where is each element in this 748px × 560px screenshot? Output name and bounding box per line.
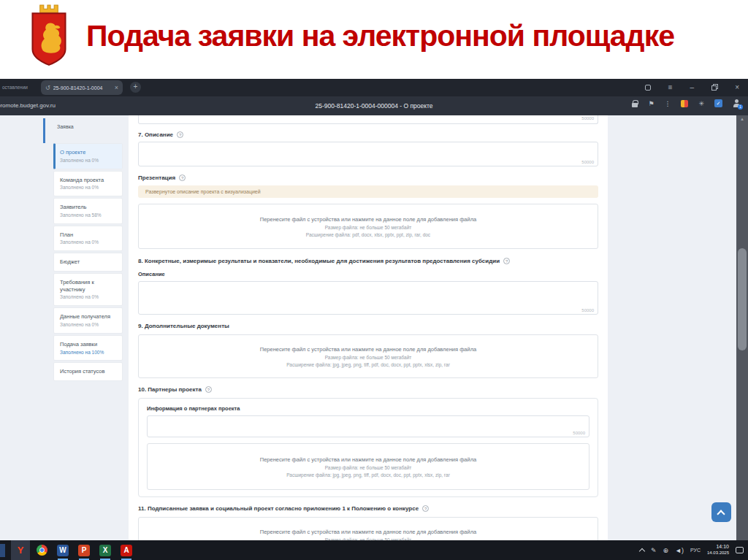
sidebar-item-budget[interactable]: Бюджет xyxy=(53,253,123,272)
dropzone-instruction: Перенесите файл с устройства или нажмите… xyxy=(139,529,598,535)
background-window-fragment: оставлении xyxy=(2,85,28,90)
browser-address-bar[interactable]: promote.budget.gov.ru 25-900-81420-1-000… xyxy=(0,96,748,115)
sidebar-item-recipient-data[interactable]: Данные получателя Заполнено на 0% xyxy=(53,307,123,334)
help-icon[interactable]: ? xyxy=(422,505,429,512)
sidebar-item-label: Требования к участнику xyxy=(60,279,116,294)
dropzone-instruction: Перенесите файл с устройства или нажмите… xyxy=(139,346,598,353)
slide-header: Подача заявки на электронной площадке xyxy=(0,0,748,79)
screenshot-stage: Подача заявки на электронной площадке ос… xyxy=(0,0,748,560)
dropzone-size-limit: Размер файла: не больше 50 мегабайт xyxy=(148,465,589,470)
browser-tab[interactable]: ↺ 25-900-81420-1-0004 × xyxy=(41,80,123,95)
sidebar-item-project-team[interactable]: Команда проекта Заполнено на 0% xyxy=(53,171,123,197)
sidebar-item-label: Заявитель xyxy=(60,204,116,211)
settings-gear-icon[interactable]: ✳ xyxy=(698,100,704,107)
tray-expand-icon[interactable] xyxy=(639,548,645,554)
language-indicator[interactable]: РУС xyxy=(690,548,701,553)
taskbar-tray: ✎ ⊕ ◄) РУС 14:10 14.03.2025 xyxy=(640,540,744,560)
documents-file-dropzone[interactable]: Перенесите файл с устройства или нажмите… xyxy=(138,334,598,378)
notification-center-icon[interactable] xyxy=(736,547,744,553)
bookmark-icon[interactable]: ⚑ xyxy=(648,100,654,107)
help-icon[interactable]: ? xyxy=(177,131,183,138)
presentation-notice: Развернутое описание проекта с визуализа… xyxy=(138,185,598,198)
scroll-to-top-button[interactable] xyxy=(711,502,731,522)
sidebar-item-status: Заполнено на 0% xyxy=(60,322,116,328)
chrome-icon[interactable] xyxy=(32,540,51,560)
network-icon[interactable]: ⊕ xyxy=(663,547,668,554)
textarea-cropped-top[interactable]: 50000 xyxy=(138,115,598,124)
partners-textarea[interactable]: 50000 xyxy=(147,415,589,437)
partners-card: Информация о партнерах проекта 50000 Пер… xyxy=(138,398,598,497)
sidebar-item-status: Заполнено на 58% xyxy=(60,212,116,218)
sidebar-item-status-history[interactable]: История статусов xyxy=(53,362,123,381)
field10-sublabel: Информация о партнерах проекта xyxy=(147,405,589,412)
presentation-file-dropzone[interactable]: Перенесите файл с устройства или нажмите… xyxy=(138,204,598,249)
browser-menu-icon[interactable]: ≡ xyxy=(668,83,673,92)
sidebar-item-status: Заполнено на 0% xyxy=(60,185,116,191)
dropzone-extensions: Расширение файла: jpg, jpeg, png, tiff, … xyxy=(148,472,589,477)
scrollbar-up-icon[interactable]: ▴ xyxy=(736,116,748,122)
tab-panel-icon[interactable] xyxy=(645,85,651,91)
sidebar-item-label: Подача заявки xyxy=(60,341,116,348)
signed-application-file-dropzone[interactable]: Перенесите файл с устройства или нажмите… xyxy=(138,517,598,540)
browser-tab-bar: оставлении ↺ 25-900-81420-1-0004 × + ≡ –… xyxy=(0,79,748,96)
speaker-icon[interactable]: ◄) xyxy=(675,547,684,554)
sidebar-item-submit-application[interactable]: Подача заявки Заполнено на 100% xyxy=(53,335,123,361)
close-window-icon[interactable]: × xyxy=(735,83,739,92)
sidebar-item-plan[interactable]: План Заполнено на 0% xyxy=(53,226,123,252)
pen-icon[interactable]: ✎ xyxy=(651,547,657,554)
excel-icon[interactable]: X xyxy=(96,540,115,560)
sidebar-item-status: Заполнено на 0% xyxy=(60,239,116,245)
partial-app-icon[interactable] xyxy=(0,544,5,557)
scrollbar-thumb[interactable] xyxy=(738,248,747,350)
dropzone-size-limit: Размер файла: не больше 50 мегабайт xyxy=(139,225,598,230)
tab-favicon-icon: ↺ xyxy=(45,85,50,91)
new-tab-button[interactable]: + xyxy=(130,82,141,93)
help-icon[interactable]: ? xyxy=(179,174,186,181)
sidebar-item-label: Бюджет xyxy=(60,258,116,266)
sidebar-item-label: О проекте xyxy=(60,149,116,156)
help-icon[interactable]: ? xyxy=(503,258,510,264)
sidebar-item-applicant[interactable]: Заявитель Заполнено на 58% xyxy=(53,198,123,224)
word-icon[interactable]: W xyxy=(53,540,72,560)
dropzone-extensions: Расширение файла: pdf, docx, xlsx, pptx,… xyxy=(139,232,598,237)
page-content: Заявка О проекте Заполнено на 0% Команда… xyxy=(0,115,748,540)
lock-icon[interactable] xyxy=(632,103,638,107)
downloads-icon[interactable]: ✓ xyxy=(714,99,722,107)
sidebar-tree-line xyxy=(43,118,45,143)
sidebar-item-participant-requirements[interactable]: Требования к участнику Заполнено на 0% xyxy=(53,273,123,306)
taskbar: Y W P X A ✎ ⊕ ◄) РУС 14:10 14.03.2 xyxy=(0,540,748,560)
dropzone-instruction: Перенесите файл с устройства или нажмите… xyxy=(139,216,598,223)
partners-file-dropzone[interactable]: Перенесите файл с устройства или нажмите… xyxy=(147,443,589,490)
sidebar-item-label: Данные получателя xyxy=(60,313,116,321)
address-bar-icons: ⚑ ⋮ ✳ ✓ 1 xyxy=(632,99,741,107)
taskbar-clock[interactable]: 14:10 14.03.2025 xyxy=(707,544,729,556)
field8-label: 8. Конкретные, измеримые результаты и по… xyxy=(138,258,598,264)
extension-icon[interactable] xyxy=(681,100,688,107)
char-counter: 50000 xyxy=(581,308,594,312)
sidebar-item-about-project[interactable]: О проекте Заполнено на 0% xyxy=(53,143,123,169)
field7-textarea[interactable]: 50000 xyxy=(138,142,598,166)
more-options-icon[interactable]: ⋮ xyxy=(664,100,671,107)
char-counter: 50000 xyxy=(581,116,594,120)
krasnoyarsk-coat-of-arms-icon xyxy=(26,4,72,68)
restore-window-icon[interactable] xyxy=(711,85,717,91)
sidebar-item-label: План xyxy=(60,231,116,239)
yandex-browser-icon[interactable]: Y xyxy=(11,540,30,560)
char-counter: 50000 xyxy=(581,160,594,164)
profile-badge: 1 xyxy=(738,104,743,110)
acrobat-icon[interactable]: A xyxy=(117,540,136,560)
tab-close-icon[interactable]: × xyxy=(115,84,118,91)
sidebar-item-status: Заполнено на 0% xyxy=(60,158,116,164)
profile-icon[interactable]: 1 xyxy=(733,99,741,107)
field11-label: 11. Подписанные заявка и социальный прое… xyxy=(138,505,598,512)
clock-date: 14.03.2025 xyxy=(707,551,729,556)
powerpoint-icon[interactable]: P xyxy=(75,540,94,560)
presentation-label: Презентация ? xyxy=(138,174,598,181)
browser-scrollbar[interactable]: ▴ xyxy=(736,115,748,540)
help-icon[interactable]: ? xyxy=(205,386,212,393)
sidebar-section-label: Заявка xyxy=(57,124,74,129)
taskbar-apps: Y W P X A xyxy=(0,540,138,560)
minimize-icon[interactable]: – xyxy=(690,83,695,92)
field8-textarea[interactable]: 50000 xyxy=(138,281,598,315)
window-controls: ≡ – × xyxy=(645,83,739,92)
